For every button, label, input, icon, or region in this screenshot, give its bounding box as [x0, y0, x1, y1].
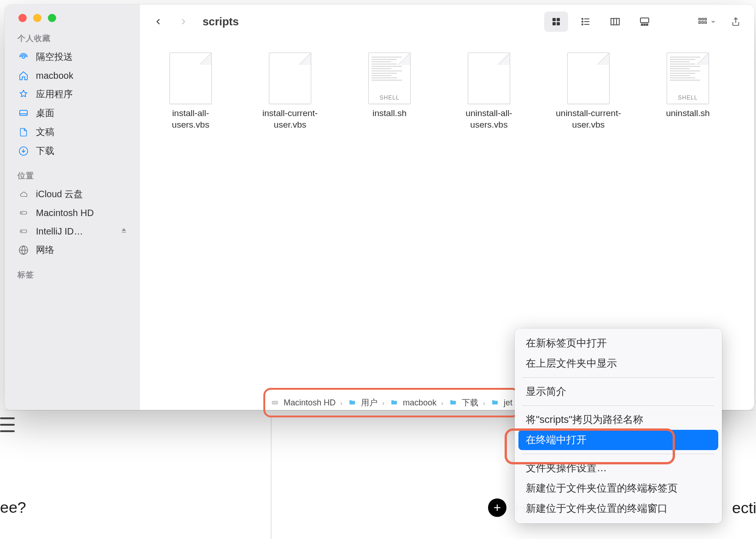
file-name: install-all-users.vbs: [154, 108, 227, 130]
sidebar-item-intellij[interactable]: IntelliJ ID…: [5, 222, 140, 240]
svg-rect-11: [557, 22, 560, 25]
menu-item-new-terminal-window[interactable]: 新建位于文件夹位置的终端窗口: [515, 498, 722, 519]
eject-icon[interactable]: [121, 227, 127, 235]
sidebar-item-label: Macintosh HD: [36, 208, 94, 218]
svg-rect-26: [702, 22, 704, 23]
window-title: scripts: [203, 15, 239, 28]
breadcrumb-label: jetbra: [504, 398, 513, 408]
svg-point-6: [22, 231, 22, 231]
sidebar-item-label: IntelliJ ID…: [36, 226, 83, 237]
share-button[interactable]: [726, 12, 746, 32]
sidebar-item-documents[interactable]: 文稿: [5, 123, 140, 141]
breadcrumb[interactable]: 下载: [448, 397, 478, 408]
hdd-icon: [270, 398, 280, 407]
file-item[interactable]: install-all-users.vbs: [154, 53, 227, 130]
icon-view-button[interactable]: [544, 12, 568, 32]
file-icon: [269, 53, 311, 104]
sidebar-item-label: 文稿: [36, 126, 54, 138]
breadcrumb[interactable]: jetbra: [490, 398, 513, 408]
menu-item-new-tab[interactable]: 在新标签页中打开: [515, 333, 722, 353]
window-controls: [5, 14, 140, 22]
breadcrumb[interactable]: macbook: [389, 398, 436, 408]
svg-rect-20: [644, 24, 646, 25]
maximize-button[interactable]: [48, 14, 56, 22]
shell-file-icon: [667, 53, 709, 104]
file-icon: [468, 53, 510, 104]
close-button[interactable]: [18, 14, 27, 22]
background-text-fragment: ectiv: [732, 499, 756, 517]
sidebar-item-label: macbook: [36, 70, 73, 81]
pathbar[interactable]: Macintosh HD › 用户 › macbook ›: [270, 392, 513, 414]
download-icon: [17, 145, 29, 157]
drive-icon: [17, 225, 29, 237]
chevron-right-icon: ›: [339, 399, 343, 407]
menu-divider: [522, 377, 715, 378]
background-hamburger-icon: [0, 417, 15, 432]
column-view-button[interactable]: [603, 12, 627, 32]
document-icon: [17, 126, 29, 138]
sidebar-item-label: 应用程序: [36, 88, 73, 100]
breadcrumb[interactable]: Macintosh HD: [270, 398, 336, 408]
menu-item-get-info[interactable]: 显示简介: [515, 381, 722, 402]
breadcrumb-label: Macintosh HD: [284, 398, 336, 408]
sidebar-item-network[interactable]: 网络: [5, 240, 140, 259]
menu-divider: [522, 454, 715, 454]
desktop-icon: [17, 107, 29, 119]
minimize-button[interactable]: [33, 14, 41, 22]
svg-rect-28: [272, 401, 278, 404]
file-name: uninstall-current-user.vbs: [552, 108, 625, 130]
sidebar-item-home[interactable]: macbook: [5, 66, 140, 85]
svg-rect-1: [20, 110, 28, 115]
svg-rect-21: [646, 24, 648, 25]
file-item[interactable]: uninstall-current-user.vbs: [552, 53, 625, 130]
sidebar-item-macintosh-hd[interactable]: Macintosh HD: [5, 204, 140, 222]
forward-button[interactable]: [173, 12, 193, 32]
svg-rect-22: [699, 18, 701, 20]
sidebar-item-desktop[interactable]: 桌面: [5, 104, 140, 123]
menu-item-open-in-terminal[interactable]: 在终端中打开: [518, 430, 718, 450]
menu-item-folder-actions[interactable]: 文件夹操作设置…: [515, 458, 722, 478]
svg-rect-24: [705, 18, 707, 20]
drive-icon: [17, 207, 29, 219]
shell-file-icon: [368, 53, 411, 104]
background-text: ee?: [0, 498, 26, 516]
sidebar-item-applications[interactable]: 应用程序: [5, 85, 140, 104]
menu-divider: [522, 405, 715, 406]
menu-item-new-terminal-tab[interactable]: 新建位于文件夹位置的终端标签页: [515, 478, 722, 498]
gallery-view-button[interactable]: [633, 12, 657, 32]
breadcrumb-label: macbook: [403, 398, 436, 408]
svg-rect-25: [699, 22, 701, 23]
sidebar-item-label: 隔空投送: [36, 51, 73, 63]
svg-point-13: [582, 21, 583, 22]
sidebar-item-airdrop[interactable]: 隔空投送: [5, 47, 140, 66]
file-item[interactable]: install-current-user.vbs: [253, 53, 327, 130]
group-by-button[interactable]: [692, 12, 721, 32]
sidebar-item-downloads[interactable]: 下载: [5, 141, 140, 160]
menu-item-copy-path[interactable]: 将"scripts"拷贝为路径名称: [515, 410, 722, 430]
breadcrumb-label: 下载: [462, 397, 478, 408]
sidebar-item-icloud[interactable]: iCloud 云盘: [5, 185, 140, 204]
svg-rect-18: [640, 18, 649, 23]
list-view-button[interactable]: [574, 12, 598, 32]
folder-icon: [448, 398, 458, 407]
toolbar: scripts: [140, 5, 754, 39]
file-item[interactable]: uninstall.sh: [651, 53, 725, 130]
plus-icon: +: [488, 498, 506, 517]
file-name: uninstall.sh: [666, 108, 709, 119]
file-item[interactable]: install.sh: [353, 53, 426, 130]
chevron-right-icon: ›: [381, 399, 385, 407]
home-icon: [17, 70, 29, 82]
background-divider: [271, 416, 272, 539]
sidebar-item-label: 下载: [36, 145, 54, 157]
menu-item-show-in-parent[interactable]: 在上层文件夹中显示: [515, 353, 722, 374]
sidebar-item-label: 桌面: [36, 107, 54, 119]
chevron-right-icon: ›: [482, 399, 486, 407]
file-name: install-current-user.vbs: [253, 108, 327, 130]
file-icon: [567, 53, 610, 104]
folder-icon: [389, 398, 399, 407]
folder-icon: [490, 398, 500, 407]
svg-rect-8: [552, 18, 556, 21]
breadcrumb[interactable]: 用户: [347, 397, 378, 408]
file-item[interactable]: uninstall-all-users.vbs: [452, 53, 526, 130]
back-button[interactable]: [148, 12, 169, 32]
